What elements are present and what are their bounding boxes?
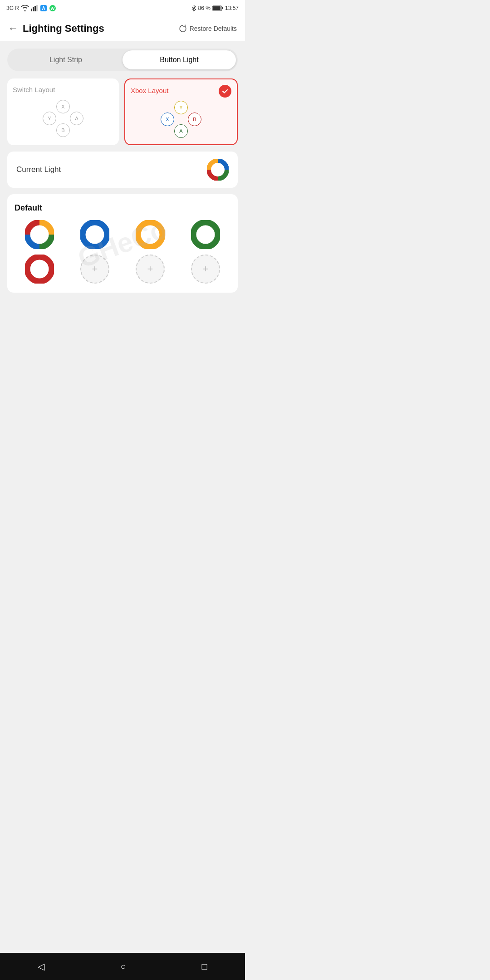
blue-donut: [80, 220, 109, 249]
page-title: Lighting Settings: [23, 23, 104, 34]
bluetooth-icon: [191, 5, 196, 11]
xbox-x-btn: X: [161, 113, 174, 126]
tab-light-strip[interactable]: Light Strip: [9, 50, 122, 69]
status-right: 86 % 13:57: [191, 5, 239, 11]
default-card: GHeCo Default: [7, 194, 238, 293]
add-button-1[interactable]: +: [80, 255, 109, 284]
tab-bar: Light Strip Button Light: [7, 49, 238, 71]
color-grid: + + +: [15, 220, 230, 284]
color-add-3[interactable]: +: [181, 255, 230, 284]
box-icon: A: [40, 5, 47, 12]
xbox-b-btn: B: [188, 113, 201, 126]
restore-icon: [179, 24, 187, 33]
signal-bars-icon: [31, 5, 38, 11]
switch-y-btn: Y: [43, 112, 56, 125]
xbox-y-btn: Y: [174, 101, 188, 114]
svg-point-14: [88, 227, 102, 242]
xbox-layout-title: Xbox Layout: [131, 87, 168, 94]
svg-point-18: [198, 227, 213, 242]
svg-text:W: W: [51, 6, 55, 11]
xbox-layout-diagram: Y X B A: [158, 101, 204, 137]
status-bar: 3G R A W 86 %: [0, 0, 245, 16]
xbox-selected-check: [219, 85, 231, 98]
back-button[interactable]: ←: [8, 23, 18, 34]
yellow-donut: [136, 220, 165, 249]
whatsapp-icon: W: [49, 5, 56, 12]
color-item-yellow[interactable]: [125, 220, 175, 249]
switch-layout-card[interactable]: Switch Layout X Y A B: [7, 78, 119, 145]
color-item-red[interactable]: [15, 255, 64, 284]
switch-b-btn: B: [56, 123, 70, 137]
svg-rect-1: [33, 7, 34, 11]
wifi-icon: [21, 5, 29, 11]
svg-point-16: [143, 227, 157, 242]
restore-defaults-label: Restore Defaults: [190, 25, 237, 32]
svg-point-12: [32, 227, 47, 242]
main-content: Light Strip Button Light Switch Layout X…: [0, 41, 245, 300]
signal-text: 3G R: [6, 5, 19, 11]
svg-rect-9: [213, 6, 220, 10]
tab-button-light[interactable]: Button Light: [122, 50, 236, 69]
add-button-2[interactable]: +: [136, 255, 165, 284]
status-left: 3G R A W: [6, 5, 56, 12]
switch-a-btn: A: [70, 112, 83, 125]
xbox-layout-card[interactable]: Xbox Layout Y X B A: [124, 78, 238, 145]
time-text: 13:57: [225, 5, 239, 11]
color-item-green[interactable]: [181, 220, 230, 249]
battery-text: 86 %: [198, 5, 211, 11]
color-item-multicolor[interactable]: [15, 220, 64, 249]
current-light-card[interactable]: Current Light: [7, 152, 238, 188]
header: ← Lighting Settings Restore Defaults: [0, 16, 245, 41]
restore-defaults-button[interactable]: Restore Defaults: [179, 24, 237, 33]
multicolor-donut: [25, 220, 54, 249]
svg-rect-0: [31, 9, 32, 11]
color-add-1[interactable]: +: [70, 255, 120, 284]
default-section-title: Default: [15, 203, 230, 213]
add-button-3[interactable]: +: [191, 255, 220, 284]
battery-icon: [212, 5, 223, 11]
switch-layout-title: Switch Layout: [13, 86, 55, 93]
layout-row: Switch Layout X Y A B Xbox Layout Y X B …: [7, 78, 238, 145]
current-light-donut: [207, 159, 229, 181]
svg-rect-2: [34, 6, 36, 11]
green-donut: [191, 220, 220, 249]
switch-x-btn: X: [56, 100, 70, 113]
color-item-blue[interactable]: [70, 220, 120, 249]
xbox-a-btn: A: [174, 124, 188, 138]
red-donut: [25, 255, 54, 284]
svg-rect-10: [222, 7, 223, 9]
svg-point-11: [212, 164, 223, 175]
color-add-2[interactable]: +: [125, 255, 175, 284]
current-light-label: Current Light: [16, 165, 61, 174]
svg-point-20: [32, 262, 47, 276]
svg-text:A: A: [42, 6, 45, 11]
svg-rect-3: [36, 5, 38, 11]
switch-layout-diagram: X Y A B: [40, 100, 86, 136]
